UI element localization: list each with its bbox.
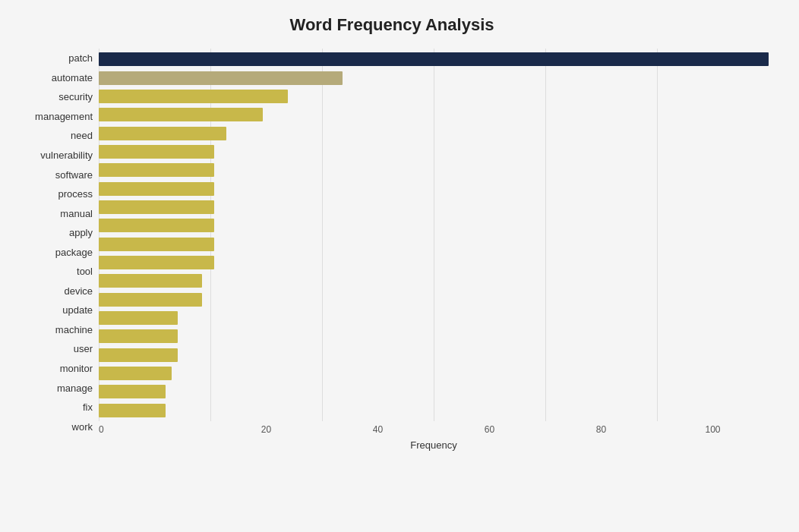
x-axis: 020406080100 Frequency: [99, 421, 769, 459]
y-label-management: management: [35, 112, 93, 121]
bar-row-user: [99, 328, 769, 345]
bar-vulnerability: [99, 145, 214, 159]
y-label-automate: automate: [52, 73, 93, 83]
bar-row-process: [99, 181, 769, 197]
x-ticks: 020406080100: [99, 421, 769, 435]
x-axis-label: Frequency: [99, 439, 769, 451]
bar-row-security: [99, 88, 769, 105]
x-tick-80: 80: [545, 424, 657, 435]
bar-row-manual: [99, 199, 769, 216]
y-axis: patchautomatesecuritymanagementneedvulne…: [15, 49, 99, 459]
bar-row-software: [99, 162, 769, 178]
bar-row-need: [99, 125, 769, 142]
y-label-machine: machine: [55, 325, 93, 335]
bar-row-monitor: [99, 347, 769, 364]
chart-title: Word Frequency Analysis: [15, 15, 769, 35]
y-label-manage: manage: [57, 383, 93, 393]
bar-security: [99, 90, 288, 103]
y-label-tool: tool: [77, 266, 93, 276]
x-tick-40: 40: [322, 424, 434, 435]
bar-machine: [99, 311, 178, 325]
y-label-security: security: [58, 92, 93, 102]
bar-manage: [99, 367, 172, 380]
bar-manual: [99, 200, 214, 214]
x-tick-0: 0: [99, 424, 210, 435]
bar-row-automate: [99, 70, 769, 87]
y-label-need: need: [71, 131, 93, 140]
bars-and-xaxis: 020406080100 Frequency: [99, 49, 769, 459]
bar-tool: [99, 256, 214, 269]
bar-row-work: [99, 402, 769, 419]
bar-row-apply: [99, 217, 769, 234]
y-label-package: package: [55, 247, 93, 257]
bar-apply: [99, 219, 214, 232]
bar-row-package: [99, 236, 769, 253]
y-label-monitor: monitor: [60, 364, 93, 373]
bar-row-management: [99, 106, 769, 123]
bar-row-device: [99, 272, 769, 289]
bar-device: [99, 274, 202, 288]
bar-row-update: [99, 291, 769, 308]
chart-area: patchautomatesecuritymanagementneedvulne…: [15, 49, 769, 459]
bar-process: [99, 182, 214, 196]
bar-row-machine: [99, 310, 769, 326]
bar-patch: [99, 52, 769, 66]
bar-work: [99, 404, 166, 417]
y-label-user: user: [74, 344, 93, 354]
bars-inner: [99, 49, 769, 421]
x-tick-20: 20: [210, 424, 322, 435]
y-label-software: software: [55, 170, 93, 180]
bar-software: [99, 163, 214, 177]
y-label-vulnerability: vulnerability: [40, 150, 93, 160]
bar-monitor: [99, 348, 178, 362]
y-label-process: process: [58, 189, 93, 199]
bar-row-vulnerability: [99, 143, 769, 160]
x-tick-100: 100: [657, 424, 769, 435]
y-label-device: device: [64, 286, 93, 296]
bar-row-tool: [99, 254, 769, 271]
y-label-update: update: [62, 305, 93, 315]
chart-container: Word Frequency Analysis patchautomatesec…: [0, 0, 799, 532]
y-label-fix: fix: [83, 402, 93, 412]
y-label-patch: patch: [68, 53, 93, 63]
bar-need: [99, 127, 226, 140]
bar-package: [99, 238, 214, 251]
x-tick-60: 60: [434, 424, 545, 435]
bar-update: [99, 293, 202, 307]
bar-management: [99, 108, 263, 121]
bar-row-fix: [99, 383, 769, 400]
bars-area: [99, 49, 769, 421]
y-label-work: work: [72, 422, 93, 432]
bar-automate: [99, 71, 343, 85]
bar-user: [99, 329, 178, 343]
bar-fix: [99, 385, 166, 398]
bar-row-patch: [99, 51, 769, 68]
y-label-manual: manual: [60, 209, 93, 219]
y-label-apply: apply: [69, 228, 93, 238]
bar-row-manage: [99, 365, 769, 382]
